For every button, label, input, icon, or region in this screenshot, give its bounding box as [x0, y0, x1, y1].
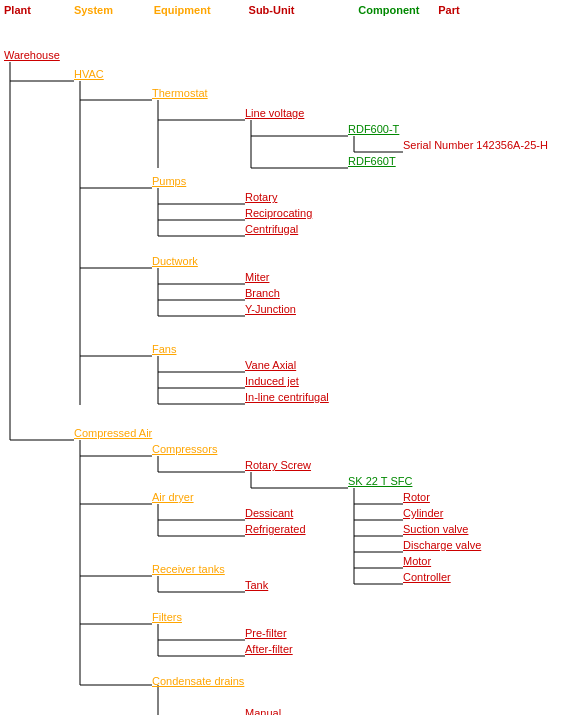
node-inline-centrifugal: In-line centrifugal: [245, 390, 329, 404]
node-rotor: Rotor: [403, 490, 430, 504]
node-pre-filter: Pre-filter: [245, 626, 287, 640]
node-compressed-air: Compressed Air: [74, 426, 152, 440]
col-header-component: Component: [358, 4, 438, 16]
node-rdf660t: RDF660T: [348, 154, 396, 168]
node-pumps: Pumps: [152, 174, 186, 188]
node-condensate-drains: Condensate drains: [152, 674, 244, 688]
node-induced-jet: Induced jet: [245, 374, 299, 388]
col-header-plant: Plant: [4, 4, 74, 16]
node-ductwork: Ductwork: [152, 254, 198, 268]
node-motor: Motor: [403, 554, 431, 568]
node-reciprocating: Reciprocating: [245, 206, 312, 220]
node-tank: Tank: [245, 578, 268, 592]
node-refrigerated: Refrigerated: [245, 522, 306, 536]
node-cylinder: Cylinder: [403, 506, 443, 520]
col-header-system: System: [74, 4, 154, 16]
node-hvac: HVAC: [74, 67, 104, 81]
node-fans: Fans: [152, 342, 176, 356]
node-air-dryer: Air dryer: [152, 490, 194, 504]
node-suction-valve: Suction valve: [403, 522, 468, 536]
node-rotary: Rotary: [245, 190, 277, 204]
node-compressors: Compressors: [152, 442, 217, 456]
node-controller: Controller: [403, 570, 451, 584]
node-dessicant: Dessicant: [245, 506, 293, 520]
node-branch: Branch: [245, 286, 280, 300]
node-miter: Miter: [245, 270, 269, 284]
node-warehouse: Warehouse: [4, 48, 60, 62]
header-row: Plant System Equipment Sub-Unit Componen…: [0, 0, 562, 20]
node-after-filter: After-filter: [245, 642, 293, 656]
col-header-equipment: Equipment: [154, 4, 249, 16]
node-vane-axial: Vane Axial: [245, 358, 296, 372]
node-manual: Manual: [245, 706, 281, 715]
node-rotary-screw: Rotary Screw: [245, 458, 311, 472]
node-receiver-tanks: Receiver tanks: [152, 562, 225, 576]
node-thermostat: Thermostat: [152, 86, 208, 100]
col-header-part: Part: [438, 4, 558, 16]
node-line-voltage: Line voltage: [245, 106, 304, 120]
tree-area: Warehouse HVAC Thermostat Line voltage R…: [0, 20, 562, 715]
node-discharge-valve: Discharge valve: [403, 538, 481, 552]
node-rdf600t: RDF600-T: [348, 122, 399, 136]
node-yjunction: Y-Junction: [245, 302, 296, 316]
node-sk22: SK 22 T SFC: [348, 474, 412, 488]
node-centrifugal: Centrifugal: [245, 222, 298, 236]
node-filters: Filters: [152, 610, 182, 624]
page: Plant System Equipment Sub-Unit Componen…: [0, 0, 562, 715]
col-header-subunit: Sub-Unit: [249, 4, 359, 16]
node-serial: Serial Number 142356A-25-H: [403, 138, 548, 152]
